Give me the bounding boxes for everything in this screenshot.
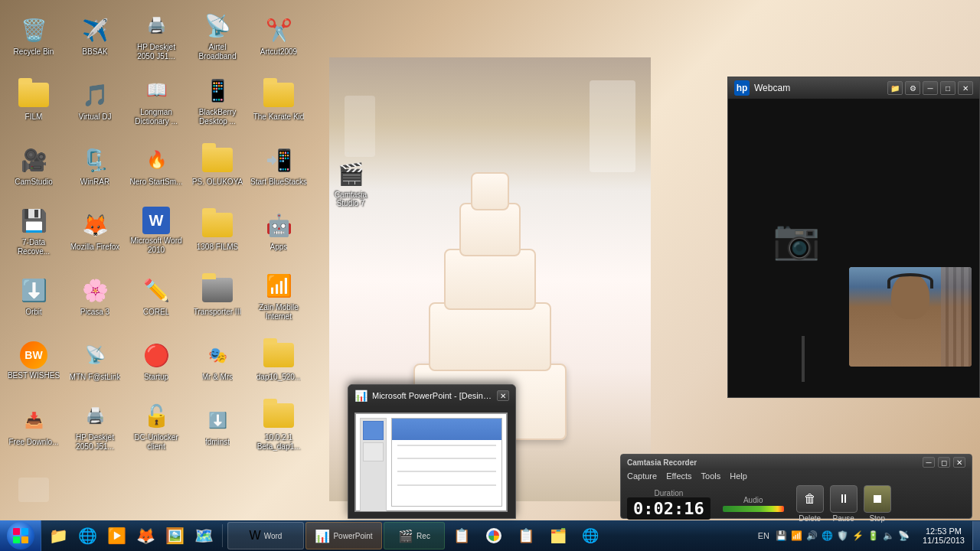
desktop-icon-word[interactable]: W Microsoft Word 2010: [126, 199, 186, 262]
taskbar-location[interactable]: 🗺️: [190, 522, 217, 549]
camtasia-tb-label: Rec: [416, 532, 430, 540]
tray-virus[interactable]: ⚡: [852, 530, 864, 542]
taskbar-files2[interactable]: 🗂️: [543, 522, 573, 549]
taskbar-browser2[interactable]: 🌐: [575, 522, 606, 549]
webcam-settings-button[interactable]: ⚙: [905, 81, 920, 95]
taskbar-explorer[interactable]: 📁: [44, 522, 72, 549]
desktop-icon-transporter[interactable]: Transporter III: [188, 264, 247, 328]
webcam-window: hp Webcam 📁 ⚙ ─ □ ✕: [727, 77, 980, 398]
taskbar-firefox[interactable]: 🦊: [132, 522, 159, 549]
recorder-delete-button[interactable]: 🗑 Delete: [796, 485, 824, 523]
wmp-icon: ▶️: [107, 527, 126, 545]
start-orb: [7, 522, 34, 549]
desktop-icon-apps[interactable]: 🤖 Apps: [249, 199, 309, 262]
desktop-icons-area: 🗑️ Recycle Bin ✈️ BBSAK 🖨️ HP Deskjet 20…: [0, 0, 322, 520]
tray-volume[interactable]: 🔈: [883, 530, 895, 542]
desktop-float-camtasia[interactable]: 🎬 CamtasiaStudio 7: [334, 157, 368, 207]
tray-hdd[interactable]: 💾: [776, 530, 788, 542]
desktop-icon-zain[interactable]: 📶 Zain Mobile Internet: [249, 264, 309, 328]
desktop-icon-camstudio[interactable]: 🎥 CamStudio: [4, 134, 64, 197]
recorder-minimize[interactable]: ─: [923, 457, 935, 468]
taskbar-ie[interactable]: 🌐: [74, 522, 101, 549]
recorder-restore[interactable]: ◻: [938, 457, 950, 468]
desktop-icon-mr-mrs[interactable]: 🎭 Mr & Mrs: [188, 329, 247, 393]
ppt-popup-close[interactable]: ✕: [497, 390, 509, 401]
desktop-icon-hp-deskjet[interactable]: 🖨️ HP Deskjet 2050 J51...: [126, 4, 186, 67]
recorder-title: Camtasia Recorder: [627, 458, 920, 467]
webcam-close-button[interactable]: ✕: [958, 81, 973, 95]
recorder-close[interactable]: ✕: [953, 457, 965, 468]
webcam-folder-button[interactable]: 📁: [887, 81, 903, 95]
desktop-icon-artcut[interactable]: ✂️ Artcut2009: [249, 4, 309, 67]
stop-icon: ⏹: [864, 485, 891, 513]
desktop-icon-virtual-dj[interactable]: 🎵 Virtual DJ: [65, 69, 125, 132]
webcam-titlebar: hp Webcam 📁 ⚙ ─ □ ✕: [728, 77, 979, 99]
desktop-icon-film[interactable]: FILM: [4, 69, 64, 132]
webcam-minimize-button[interactable]: ─: [923, 81, 938, 95]
desktop-icon-firefox[interactable]: 🦊 Mozilla Firefox: [65, 199, 125, 262]
desktop-icon-best-wishes[interactable]: BW BEST WISHES: [4, 329, 64, 393]
desktop-icon-karate-kid[interactable]: The Karate Kid: [249, 69, 309, 132]
desktop-icon-bluestacks[interactable]: 📲 Start BlueStacks: [249, 134, 309, 197]
taskbar-clipboard[interactable]: 📋: [511, 522, 541, 549]
desktop: 🗑️ Recycle Bin ✈️ BBSAK 🖨️ HP Deskjet 20…: [0, 0, 980, 551]
taskbar-word-running[interactable]: W Word: [227, 522, 304, 549]
tray-power[interactable]: 🔋: [867, 530, 880, 542]
recorder-pause-button[interactable]: ⏸ Pause: [830, 485, 858, 523]
desktop-icon-dap10-520[interactable]: dap10_520...: [249, 329, 309, 393]
show-desktop-button[interactable]: [972, 521, 980, 550]
webcam-view: 📷: [728, 99, 979, 397]
tray-network[interactable]: 🌐: [822, 530, 834, 542]
svg-rect-3: [21, 536, 28, 543]
taskbar-ppt-running[interactable]: 📊 PowerPoint: [305, 522, 382, 549]
taskbar-photos[interactable]: 🖼️: [161, 522, 188, 549]
desktop-icon-recycle-bin[interactable]: 🗑️ Recycle Bin: [4, 4, 64, 67]
taskbar-wmp[interactable]: ▶️: [103, 522, 130, 549]
clock[interactable]: 12:53 PM 11/15/2013: [916, 527, 971, 545]
desktop-icon-hp-deskjet-2[interactable]: 🖨️ HP Deskjet 2050 J51...: [65, 394, 125, 458]
recorder-menu-effects[interactable]: Effects: [666, 471, 691, 481]
recorder-stop-button[interactable]: ⏹ Stop: [864, 485, 891, 523]
photos-icon: 🖼️: [165, 527, 185, 545]
desktop-icon-1308films[interactable]: 1308 FILMS: [188, 199, 247, 262]
delete-icon: 🗑: [796, 485, 824, 513]
recorder-menu-capture[interactable]: Capture: [627, 471, 657, 481]
desktop-icon-nero[interactable]: 🔥 Nero StartSm...: [126, 134, 186, 197]
desktop-icon-blackberry[interactable]: 📱 BlackBerry Desktop ...: [188, 69, 247, 132]
delete-label: Delete: [799, 514, 821, 523]
desktop-icon-ps[interactable]: PS. OLUKOYA: [188, 134, 247, 197]
svg-rect-2: [13, 536, 20, 543]
tray-speaker[interactable]: 🔊: [806, 530, 818, 542]
desktop-icon-longman[interactable]: 📖 Longman Dictionary ...: [126, 69, 186, 132]
desktop-icon-orbit[interactable]: ⬇️ Orbit: [4, 264, 64, 328]
recorder-audio-section: Audio: [723, 496, 784, 512]
taskbar-chrome[interactable]: [479, 522, 509, 549]
recorder-menu-bar: Capture Effects Tools Help: [621, 470, 972, 482]
tray-bluetooth[interactable]: 📶: [791, 530, 803, 542]
desktop-icon-bbsak[interactable]: ✈️ BBSAK: [65, 4, 125, 67]
desktop-icon-startup[interactable]: 🔴 Startup: [126, 329, 186, 393]
desktop-icon-picasa[interactable]: 🌸 Picasa 3: [65, 264, 125, 328]
start-button[interactable]: [0, 520, 41, 551]
desktop-icon-beta-dap[interactable]: 10.0.2.1 Beta_dap1...: [249, 394, 309, 458]
webcam-person-view: [849, 267, 972, 367]
audio-level-bar: [723, 506, 784, 512]
desktop-icon-winrar[interactable]: 🗜️ WinRAR: [65, 134, 125, 197]
desktop-icon-free-download[interactable]: 📥 Free Downlo...: [4, 394, 64, 458]
desktop-icon-fdminst[interactable]: ⬇️ fdminst: [188, 394, 247, 458]
taskbar-files[interactable]: 📋: [446, 522, 477, 549]
desktop-icon-corel[interactable]: ✏️ COREL: [126, 264, 186, 328]
ppt-popup[interactable]: 📊 Microsoft PowerPoint - [Desinin... ✕: [348, 384, 516, 519]
desktop-icon-data-recovery[interactable]: 💾 7-Data Recove...: [4, 199, 64, 262]
webcam-maximize-button[interactable]: □: [940, 81, 956, 95]
recorder-menu-tools[interactable]: Tools: [701, 471, 721, 481]
desktop-icon-mtn[interactable]: 📡 MTN F@stLink: [65, 329, 125, 393]
desktop-icon-placeholder[interactable]: [4, 459, 64, 523]
taskbar-rec-running[interactable]: 🎬 Rec: [384, 522, 445, 549]
desktop-icon-dc-unlocker[interactable]: 🔓 DC-Unlocker client: [126, 394, 186, 458]
recorder-menu-help[interactable]: Help: [730, 471, 747, 481]
tray-security[interactable]: 🛡️: [837, 530, 849, 542]
tray-network2[interactable]: 📡: [898, 530, 910, 542]
clock-date: 11/15/2013: [923, 536, 965, 545]
desktop-icon-airtel[interactable]: 📡 Airtel Broadband: [188, 4, 247, 67]
